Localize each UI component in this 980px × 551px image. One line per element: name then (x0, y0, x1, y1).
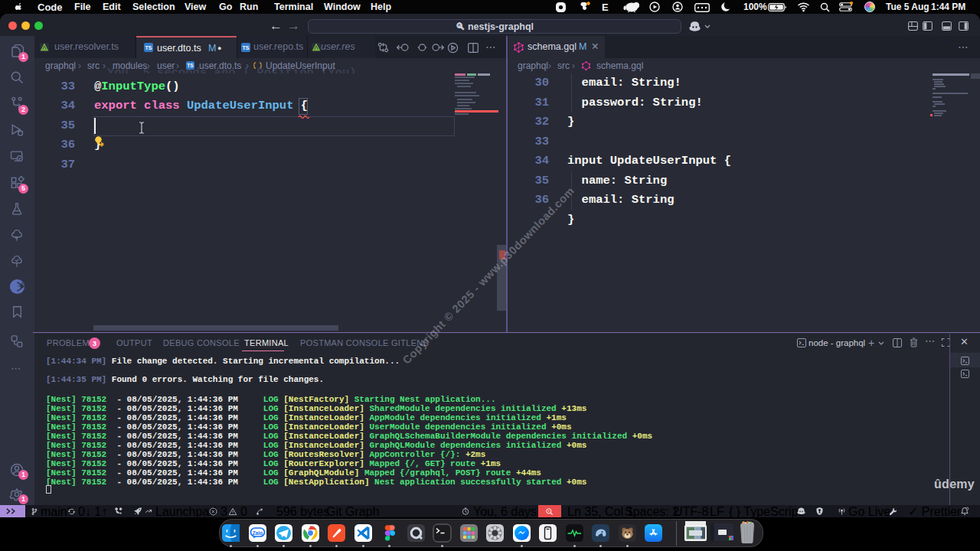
svg-text:Zalo: Zalo (252, 530, 262, 535)
